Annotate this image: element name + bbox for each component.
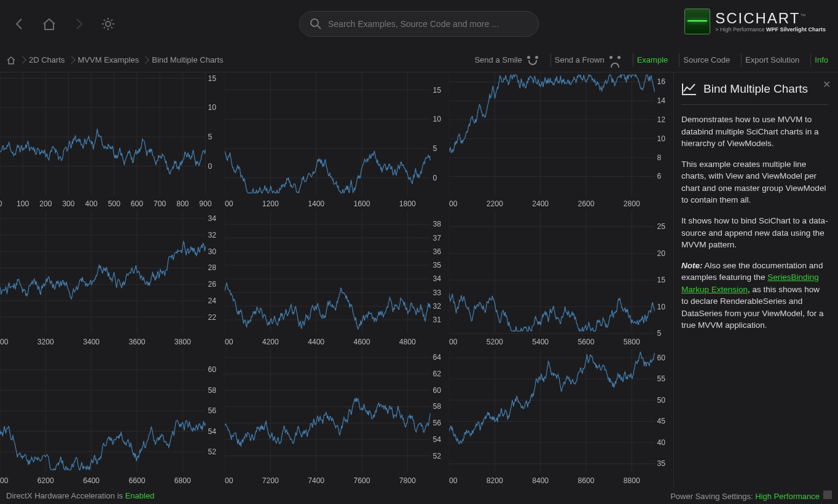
svg-text:3200: 3200	[37, 338, 54, 347]
svg-text:12: 12	[657, 115, 666, 124]
svg-text:26: 26	[208, 281, 216, 289]
info-title: Bind Multiple Charts	[703, 82, 808, 96]
svg-text:4200: 4200	[262, 338, 279, 347]
chart-4[interactable]: 400042004400460048003132333435363738	[225, 211, 449, 348]
svg-text:1000: 1000	[225, 200, 233, 208]
svg-text:500: 500	[108, 200, 120, 208]
chart-6[interactable]: 600062006400660068005254565860	[0, 349, 224, 487]
chart-3[interactable]: 3000320034003600380022242628303234	[0, 211, 224, 348]
forward-button[interactable]	[70, 15, 87, 33]
svg-text:1200: 1200	[262, 200, 279, 208]
chart-0[interactable]: 0100200300400500600700800900051015	[0, 72, 224, 210]
chart-7[interactable]: 7000720074007600780052545658606264	[225, 349, 449, 487]
svg-text:6400: 6400	[83, 476, 100, 485]
svg-text:31: 31	[433, 316, 441, 324]
chart-5[interactable]: 50005200540056005800510152025	[449, 211, 673, 348]
svg-text:36: 36	[433, 247, 441, 256]
svg-text:25: 25	[657, 222, 666, 231]
send-frown-button[interactable]: Send a Frown	[550, 53, 625, 67]
search-box[interactable]	[299, 11, 539, 37]
svg-text:6800: 6800	[174, 476, 191, 485]
svg-text:7800: 7800	[399, 476, 415, 485]
svg-text:32: 32	[433, 302, 441, 311]
svg-text:2600: 2600	[578, 200, 595, 208]
svg-text:10: 10	[208, 103, 216, 112]
svg-text:5: 5	[208, 133, 212, 141]
send-smile-button[interactable]: Send a Smile	[471, 53, 542, 67]
brand-logo: SCICHART™ > High Performance WPF Silverl…	[684, 9, 826, 34]
svg-text:8600: 8600	[578, 476, 595, 485]
smile-icon	[526, 55, 539, 66]
back-button[interactable]	[11, 15, 28, 33]
svg-text:22: 22	[208, 313, 216, 322]
close-icon[interactable]: ✕	[823, 79, 831, 90]
svg-text:52: 52	[208, 448, 216, 456]
svg-text:40: 40	[657, 438, 666, 447]
tab-example[interactable]: Example	[633, 53, 672, 67]
svg-text:32: 32	[208, 231, 216, 239]
svg-text:60: 60	[208, 365, 216, 374]
svg-text:5400: 5400	[533, 338, 549, 347]
svg-text:54: 54	[208, 427, 216, 435]
svg-text:3600: 3600	[129, 338, 146, 347]
svg-text:60: 60	[433, 386, 441, 394]
settings-button[interactable]	[100, 15, 117, 33]
info-paragraph: It shows how to bind SciChart to a data-…	[681, 215, 828, 251]
svg-text:35: 35	[657, 459, 666, 468]
svg-text:58: 58	[433, 402, 441, 411]
svg-text:7000: 7000	[225, 476, 233, 485]
info-paragraph: Note: Also see the documentation and exa…	[681, 260, 828, 331]
svg-text:200: 200	[39, 200, 52, 208]
svg-text:6: 6	[657, 173, 662, 181]
svg-text:5800: 5800	[624, 338, 640, 347]
svg-text:8400: 8400	[533, 476, 549, 485]
svg-text:1600: 1600	[353, 200, 370, 208]
info-paragraph: This example creates multiple line chart…	[681, 158, 828, 206]
svg-text:4000: 4000	[225, 338, 233, 347]
chart-1[interactable]: 10001200140016001800051015	[225, 72, 449, 210]
svg-text:38: 38	[433, 220, 441, 229]
svg-text:5: 5	[657, 330, 662, 338]
svg-text:33: 33	[433, 289, 441, 297]
search-input[interactable]	[328, 19, 528, 29]
svg-text:400: 400	[85, 200, 98, 208]
tab-export-solution[interactable]: Export Solution	[741, 53, 803, 67]
svg-text:0: 0	[208, 162, 212, 171]
svg-text:10: 10	[657, 134, 666, 143]
svg-text:0: 0	[0, 200, 2, 208]
svg-text:55: 55	[657, 374, 666, 383]
svg-text:2200: 2200	[487, 200, 503, 208]
tab-info[interactable]: Info	[810, 53, 832, 67]
status-bar: DirectX Hardware Acceleration is Enabled…	[0, 487, 838, 504]
chart-8[interactable]: 80008200840086008800354045505560	[449, 349, 673, 487]
svg-text:8200: 8200	[487, 476, 503, 485]
breadcrumb-item-1[interactable]: MVVM Examples	[78, 55, 139, 64]
svg-text:58: 58	[208, 386, 216, 394]
svg-text:700: 700	[154, 200, 166, 208]
svg-text:5200: 5200	[487, 338, 503, 347]
svg-text:15: 15	[208, 74, 216, 83]
breadcrumb-item-0[interactable]: 2D Charts	[29, 55, 65, 64]
svg-text:64: 64	[433, 353, 441, 362]
svg-text:4600: 4600	[353, 338, 370, 347]
svg-point-1	[311, 19, 318, 26]
svg-text:900: 900	[199, 200, 211, 208]
breadcrumb-item-2[interactable]: Bind Multiple Charts	[152, 55, 223, 64]
power-setting: High Performance	[755, 492, 820, 501]
svg-text:5: 5	[433, 144, 437, 153]
tab-source-code[interactable]: Source Code	[679, 53, 734, 67]
svg-text:4400: 4400	[308, 338, 324, 347]
svg-text:15: 15	[433, 86, 441, 95]
info-panel: ✕ Bind Multiple Charts Demonstrates how …	[673, 72, 838, 487]
svg-text:6600: 6600	[129, 476, 146, 485]
brand-name: SCICHART	[715, 10, 800, 26]
svg-text:16: 16	[657, 77, 666, 86]
svg-text:5600: 5600	[578, 338, 595, 347]
svg-text:1400: 1400	[308, 200, 324, 208]
svg-text:45: 45	[657, 417, 666, 425]
home-button[interactable]	[41, 15, 58, 33]
breadcrumb-home[interactable]	[6, 56, 16, 64]
frown-icon	[608, 55, 622, 66]
chart-2[interactable]: 200022002400260028006810121416	[449, 72, 673, 210]
svg-text:54: 54	[433, 435, 441, 444]
